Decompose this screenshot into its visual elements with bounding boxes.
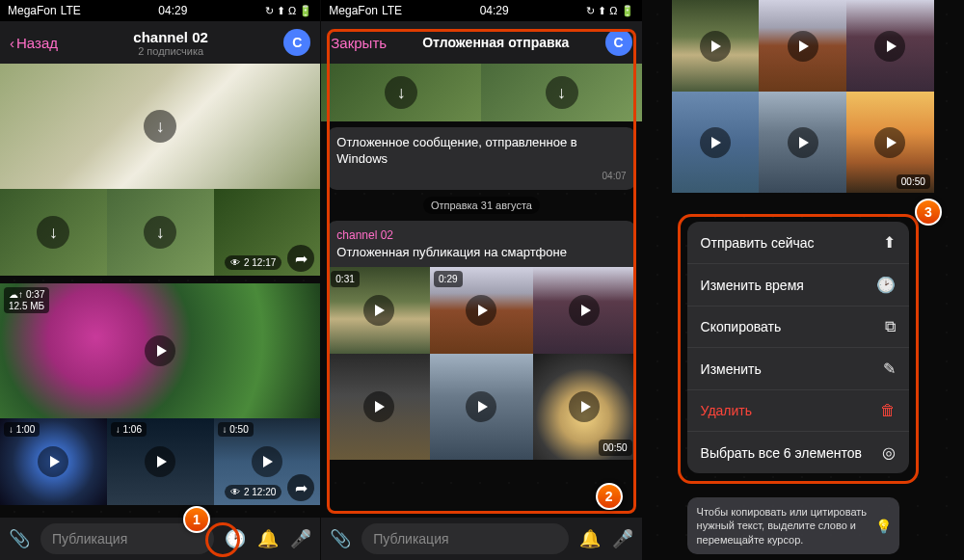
step-marker-1: 1 bbox=[183, 506, 210, 533]
media-video[interactable]: ↓ 1:00 bbox=[0, 418, 107, 505]
duration-badge: 0:31 bbox=[331, 271, 359, 287]
attach-icon[interactable]: 📎 bbox=[329, 527, 352, 550]
play-icon[interactable] bbox=[874, 31, 905, 62]
duration-badge: 00:50 bbox=[599, 440, 632, 456]
media-video[interactable]: 0:31 bbox=[327, 267, 430, 354]
clock-icon: 🕑 bbox=[876, 276, 896, 294]
play-icon[interactable] bbox=[788, 127, 818, 158]
download-icon[interactable] bbox=[144, 110, 176, 143]
status-bar: MegaFon LTE 04:29 ↻ ⬆ Ω 🔋 bbox=[321, 0, 641, 21]
status-icons: ↻ ⬆ Ω 🔋 bbox=[586, 5, 633, 17]
network: LTE bbox=[382, 4, 402, 17]
media-video[interactable] bbox=[533, 267, 636, 354]
ctx-change-time[interactable]: Изменить время 🕑 bbox=[687, 264, 909, 307]
views-badge: 👁 2 12:17 bbox=[225, 255, 281, 270]
trash-icon: 🗑 bbox=[880, 402, 896, 419]
status-icons: ↻ ⬆ Ω 🔋 bbox=[265, 5, 312, 17]
media-video[interactable]: 00:50 bbox=[846, 92, 934, 193]
context-menu: Отправить сейчас ⬆ Изменить время 🕑 Скоп… bbox=[687, 222, 909, 473]
play-icon[interactable] bbox=[700, 31, 731, 62]
status-time: 04:29 bbox=[480, 4, 509, 17]
media-video[interactable] bbox=[846, 0, 934, 92]
ctx-edit[interactable]: Изменить ✎ bbox=[687, 348, 909, 390]
mute-icon[interactable]: 🔔 bbox=[256, 527, 280, 550]
step-marker-3: 3 bbox=[915, 199, 942, 226]
play-icon[interactable] bbox=[569, 295, 600, 326]
mute-icon[interactable]: 🔔 bbox=[578, 527, 602, 550]
play-icon[interactable] bbox=[466, 295, 496, 326]
scheduled-title: Отложенная отправка bbox=[387, 35, 605, 50]
media-video[interactable] bbox=[759, 0, 846, 92]
play-icon[interactable] bbox=[569, 391, 600, 422]
play-icon[interactable] bbox=[145, 335, 175, 366]
media-video[interactable]: ↓ 1:06 bbox=[107, 418, 214, 505]
media-video[interactable] bbox=[481, 64, 641, 121]
channel-name: channel 02 bbox=[336, 228, 626, 244]
scheduled-message[interactable]: Отложенное сообщение, отправленное в Win… bbox=[327, 127, 635, 190]
media-video[interactable] bbox=[672, 92, 760, 193]
schedule-icon[interactable]: 🕑 bbox=[224, 527, 247, 550]
play-icon[interactable] bbox=[874, 127, 905, 158]
media-video-uploading[interactable]: ☁↑ 0:37 12.5 МБ bbox=[0, 283, 320, 418]
chat-header: ‹ Назад channel 02 2 подписчика C bbox=[0, 21, 320, 64]
date-divider: Отправка 31 августа bbox=[321, 196, 641, 215]
play-icon[interactable] bbox=[363, 295, 394, 326]
copy-icon: ⧉ bbox=[885, 318, 896, 335]
media-video[interactable] bbox=[430, 354, 533, 460]
close-button[interactable]: Закрыть bbox=[331, 35, 387, 51]
ctx-copy[interactable]: Скопировать ⧉ bbox=[687, 307, 909, 348]
panel-2: MegaFon LTE 04:29 ↻ ⬆ Ω 🔋 Закрыть Отложе… bbox=[321, 0, 642, 560]
chevron-left-icon: ‹ bbox=[10, 35, 14, 51]
bulb-icon: 💡 bbox=[875, 517, 892, 534]
media-video[interactable]: 00:50 bbox=[533, 354, 636, 460]
duration-badge: ↓ 1:00 bbox=[4, 422, 40, 437]
channel-title[interactable]: channel 02 bbox=[58, 29, 283, 45]
media-video[interactable] bbox=[327, 354, 430, 460]
avatar[interactable]: C bbox=[605, 29, 632, 56]
scheduled-message[interactable]: channel 02 Отложенная публикация на смар… bbox=[327, 221, 635, 460]
avatar[interactable]: C bbox=[283, 29, 310, 56]
back-button[interactable]: ‹ Назад bbox=[10, 35, 58, 51]
download-icon[interactable] bbox=[546, 76, 578, 109]
media-video[interactable] bbox=[0, 189, 107, 276]
status-bar: MegaFon LTE 04:29 ↻ ⬆ Ω 🔋 bbox=[0, 0, 320, 21]
attach-icon[interactable]: 📎 bbox=[8, 527, 31, 550]
network: LTE bbox=[61, 4, 81, 17]
play-icon[interactable] bbox=[466, 391, 496, 422]
channel-subtitle: 2 подписчика bbox=[58, 45, 283, 57]
scheduled-header: Закрыть Отложенная отправка C bbox=[321, 21, 641, 64]
media-video[interactable] bbox=[107, 189, 214, 276]
ctx-send-now[interactable]: Отправить сейчас ⬆ bbox=[687, 222, 909, 264]
media-video[interactable] bbox=[0, 64, 320, 189]
play-icon[interactable] bbox=[145, 446, 175, 477]
media-video[interactable] bbox=[759, 92, 846, 193]
edit-icon: ✎ bbox=[883, 360, 896, 378]
play-icon[interactable] bbox=[700, 127, 731, 158]
ctx-delete[interactable]: Удалить 🗑 bbox=[687, 390, 909, 432]
status-time: 04:29 bbox=[158, 4, 187, 17]
media-video[interactable]: 0:29 bbox=[430, 267, 533, 354]
download-icon[interactable] bbox=[144, 216, 176, 249]
media-video[interactable] bbox=[672, 0, 760, 92]
hint-bubble: Чтобы копировать или цитировать нужный т… bbox=[687, 497, 899, 554]
duration-badge: 00:50 bbox=[897, 174, 930, 189]
views-badge: 👁 2 12:20 bbox=[225, 485, 281, 499]
message-time: 04:07 bbox=[336, 170, 626, 182]
download-icon[interactable] bbox=[385, 76, 417, 109]
play-icon[interactable] bbox=[252, 446, 282, 477]
ctx-select-all[interactable]: Выбрать все 6 элементов ◎ bbox=[687, 432, 909, 473]
mic-icon[interactable]: 🎤 bbox=[611, 527, 634, 550]
play-icon[interactable] bbox=[363, 391, 394, 422]
mic-icon[interactable]: 🎤 bbox=[289, 527, 312, 550]
step-marker-2: 2 bbox=[596, 483, 623, 510]
duration-badge: ↓ 0:50 bbox=[218, 422, 254, 437]
play-icon[interactable] bbox=[788, 31, 818, 62]
duration-badge: 0:29 bbox=[434, 271, 462, 287]
play-icon[interactable] bbox=[38, 446, 68, 477]
download-icon[interactable] bbox=[37, 216, 69, 249]
composer-input[interactable]: Публикация bbox=[362, 523, 568, 554]
select-all-icon: ◎ bbox=[882, 443, 896, 462]
carrier: MegaFon bbox=[8, 4, 57, 17]
media-video[interactable] bbox=[321, 64, 481, 121]
panel-1: MegaFon LTE 04:29 ↻ ⬆ Ω 🔋 ‹ Назад channe… bbox=[0, 0, 321, 560]
